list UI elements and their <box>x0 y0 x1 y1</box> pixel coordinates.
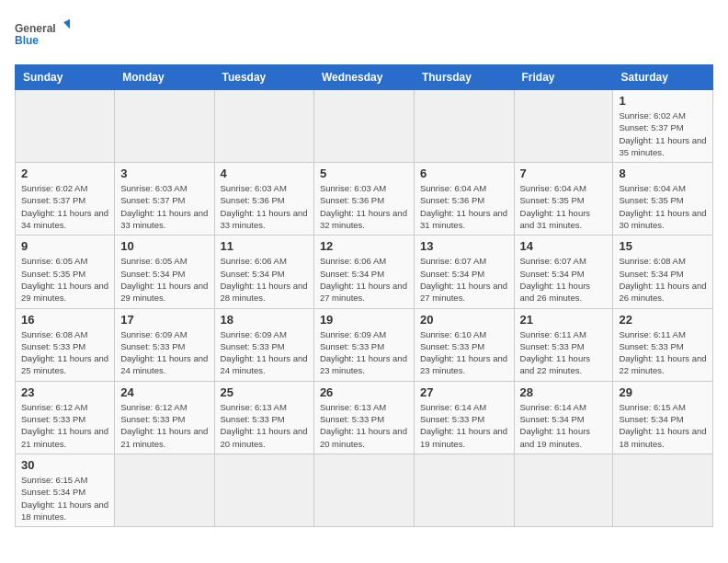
calendar-cell: 2Sunrise: 6:02 AM Sunset: 5:37 PM Daylig… <box>16 163 115 236</box>
calendar-cell <box>414 90 514 163</box>
day-number: 24 <box>120 385 208 399</box>
calendar-cell: 25Sunrise: 6:13 AM Sunset: 5:33 PM Dayli… <box>214 381 313 454</box>
calendar-week-row: 9Sunrise: 6:05 AM Sunset: 5:35 PM Daylig… <box>16 236 713 308</box>
page-header: General Blue <box>15 15 713 55</box>
calendar-cell: 22Sunrise: 6:11 AM Sunset: 5:33 PM Dayli… <box>613 308 713 381</box>
day-number: 28 <box>520 385 608 399</box>
svg-text:Blue: Blue <box>15 34 39 47</box>
calendar-cell: 18Sunrise: 6:09 AM Sunset: 5:33 PM Dayli… <box>214 308 313 381</box>
calendar-cell <box>514 90 613 163</box>
day-header-saturday: Saturday <box>613 65 713 90</box>
day-number: 14 <box>520 239 608 253</box>
day-number: 18 <box>221 313 308 327</box>
day-number: 23 <box>21 385 108 399</box>
calendar-cell <box>16 90 115 163</box>
calendar-cell <box>414 454 514 526</box>
day-info: Sunrise: 6:06 AM Sunset: 5:34 PM Dayligh… <box>320 255 408 304</box>
logo-icon: General Blue <box>15 15 70 55</box>
calendar-cell: 27Sunrise: 6:14 AM Sunset: 5:33 PM Dayli… <box>414 381 514 454</box>
day-info: Sunrise: 6:11 AM Sunset: 5:33 PM Dayligh… <box>619 328 707 377</box>
svg-marker-2 <box>63 19 70 29</box>
calendar-cell <box>115 454 214 526</box>
calendar-cell <box>214 454 313 526</box>
day-number: 30 <box>21 458 108 472</box>
calendar-cell <box>115 90 214 163</box>
calendar-week-row: 1Sunrise: 6:02 AM Sunset: 5:37 PM Daylig… <box>16 90 713 163</box>
day-number: 4 <box>221 167 308 180</box>
calendar-cell: 10Sunrise: 6:05 AM Sunset: 5:34 PM Dayli… <box>115 236 214 308</box>
day-number: 8 <box>619 167 707 180</box>
calendar-week-row: 16Sunrise: 6:08 AM Sunset: 5:33 PM Dayli… <box>16 308 713 381</box>
day-info: Sunrise: 6:07 AM Sunset: 5:34 PM Dayligh… <box>520 255 608 304</box>
day-header-thursday: Thursday <box>414 65 514 90</box>
day-info: Sunrise: 6:11 AM Sunset: 5:33 PM Dayligh… <box>520 328 608 377</box>
day-info: Sunrise: 6:08 AM Sunset: 5:33 PM Dayligh… <box>21 328 108 377</box>
calendar-week-row: 23Sunrise: 6:12 AM Sunset: 5:33 PM Dayli… <box>16 381 713 454</box>
calendar-cell: 23Sunrise: 6:12 AM Sunset: 5:33 PM Dayli… <box>16 381 115 454</box>
svg-text:General: General <box>15 22 56 35</box>
day-info: Sunrise: 6:14 AM Sunset: 5:33 PM Dayligh… <box>420 401 508 450</box>
day-info: Sunrise: 6:04 AM Sunset: 5:35 PM Dayligh… <box>619 182 707 231</box>
day-number: 17 <box>120 313 208 327</box>
day-info: Sunrise: 6:13 AM Sunset: 5:33 PM Dayligh… <box>221 401 308 450</box>
day-info: Sunrise: 6:14 AM Sunset: 5:34 PM Dayligh… <box>520 401 608 450</box>
calendar-cell: 1Sunrise: 6:02 AM Sunset: 5:37 PM Daylig… <box>613 90 713 163</box>
day-info: Sunrise: 6:05 AM Sunset: 5:35 PM Dayligh… <box>21 255 108 304</box>
day-info: Sunrise: 6:13 AM Sunset: 5:33 PM Dayligh… <box>320 401 408 450</box>
calendar-cell: 13Sunrise: 6:07 AM Sunset: 5:34 PM Dayli… <box>414 236 514 308</box>
day-number: 22 <box>619 313 707 327</box>
day-number: 5 <box>320 167 408 180</box>
day-info: Sunrise: 6:12 AM Sunset: 5:33 PM Dayligh… <box>21 401 108 450</box>
day-info: Sunrise: 6:06 AM Sunset: 5:34 PM Dayligh… <box>221 255 308 304</box>
day-info: Sunrise: 6:08 AM Sunset: 5:34 PM Dayligh… <box>619 255 707 304</box>
day-number: 13 <box>420 239 508 253</box>
day-info: Sunrise: 6:12 AM Sunset: 5:33 PM Dayligh… <box>120 401 208 450</box>
calendar-cell <box>613 454 713 526</box>
day-number: 10 <box>120 239 208 253</box>
day-info: Sunrise: 6:10 AM Sunset: 5:33 PM Dayligh… <box>420 328 508 377</box>
calendar-week-row: 2Sunrise: 6:02 AM Sunset: 5:37 PM Daylig… <box>16 163 713 236</box>
logo: General Blue <box>15 15 70 55</box>
calendar-cell: 12Sunrise: 6:06 AM Sunset: 5:34 PM Dayli… <box>313 236 414 308</box>
day-number: 1 <box>619 94 707 108</box>
day-info: Sunrise: 6:15 AM Sunset: 5:34 PM Dayligh… <box>619 401 707 450</box>
calendar-cell <box>313 454 414 526</box>
day-number: 21 <box>520 313 608 327</box>
day-number: 3 <box>120 167 208 180</box>
calendar-cell: 19Sunrise: 6:09 AM Sunset: 5:33 PM Dayli… <box>313 308 414 381</box>
day-number: 6 <box>420 167 508 180</box>
day-header-friday: Friday <box>514 65 613 90</box>
day-header-monday: Monday <box>115 65 214 90</box>
day-number: 20 <box>420 313 508 327</box>
calendar-cell: 17Sunrise: 6:09 AM Sunset: 5:33 PM Dayli… <box>115 308 214 381</box>
day-info: Sunrise: 6:03 AM Sunset: 5:36 PM Dayligh… <box>221 182 308 231</box>
calendar-table: SundayMondayTuesdayWednesdayThursdayFrid… <box>15 64 713 527</box>
day-number: 9 <box>21 239 108 253</box>
calendar-cell: 16Sunrise: 6:08 AM Sunset: 5:33 PM Dayli… <box>16 308 115 381</box>
calendar-cell: 11Sunrise: 6:06 AM Sunset: 5:34 PM Dayli… <box>214 236 313 308</box>
day-number: 12 <box>320 239 408 253</box>
day-info: Sunrise: 6:15 AM Sunset: 5:34 PM Dayligh… <box>21 474 108 523</box>
calendar-cell: 6Sunrise: 6:04 AM Sunset: 5:36 PM Daylig… <box>414 163 514 236</box>
day-number: 26 <box>320 385 408 399</box>
calendar-cell: 28Sunrise: 6:14 AM Sunset: 5:34 PM Dayli… <box>514 381 613 454</box>
calendar-cell: 3Sunrise: 6:03 AM Sunset: 5:37 PM Daylig… <box>115 163 214 236</box>
day-number: 16 <box>21 313 108 327</box>
day-number: 15 <box>619 239 707 253</box>
day-info: Sunrise: 6:04 AM Sunset: 5:35 PM Dayligh… <box>520 182 608 231</box>
calendar-cell: 26Sunrise: 6:13 AM Sunset: 5:33 PM Dayli… <box>313 381 414 454</box>
day-number: 7 <box>520 167 608 180</box>
day-number: 2 <box>21 167 108 180</box>
day-info: Sunrise: 6:03 AM Sunset: 5:36 PM Dayligh… <box>320 182 408 231</box>
calendar-cell: 29Sunrise: 6:15 AM Sunset: 5:34 PM Dayli… <box>613 381 713 454</box>
day-info: Sunrise: 6:04 AM Sunset: 5:36 PM Dayligh… <box>420 182 508 231</box>
calendar-header-row: SundayMondayTuesdayWednesdayThursdayFrid… <box>16 65 713 90</box>
day-number: 27 <box>420 385 508 399</box>
day-header-sunday: Sunday <box>16 65 115 90</box>
calendar-cell: 7Sunrise: 6:04 AM Sunset: 5:35 PM Daylig… <box>514 163 613 236</box>
day-header-tuesday: Tuesday <box>214 65 313 90</box>
calendar-cell: 30Sunrise: 6:15 AM Sunset: 5:34 PM Dayli… <box>16 454 115 526</box>
day-number: 11 <box>221 239 308 253</box>
day-info: Sunrise: 6:09 AM Sunset: 5:33 PM Dayligh… <box>221 328 308 377</box>
day-header-wednesday: Wednesday <box>313 65 414 90</box>
